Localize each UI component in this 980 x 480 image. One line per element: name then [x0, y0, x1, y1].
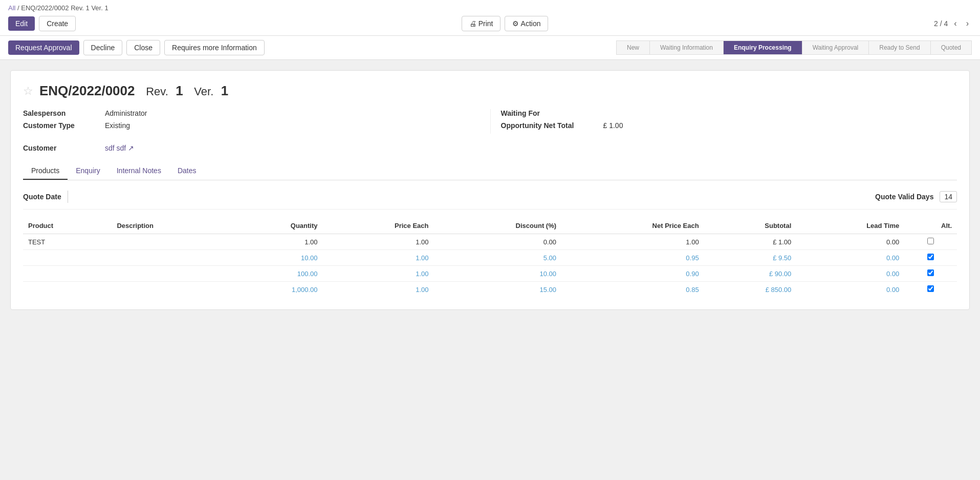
breadcrumb-current: ENQ/2022/0002 Rev. 1 Ver. 1: [21, 4, 108, 12]
cell-7[interactable]: 0.00: [796, 234, 904, 250]
tabs: ProductsEnquiryInternal NotesDates: [23, 162, 957, 180]
waiting-for-label: Waiting For: [501, 109, 603, 117]
top-bar: All / ENQ/2022/0002 Rev. 1 Ver. 1 Edit C…: [0, 0, 980, 36]
table-row: 10.001.005.000.95£ 9.500.00: [23, 250, 957, 266]
toolbar: Edit Create 🖨 Print ⚙ Action 2 / 4 ‹ ›: [8, 16, 972, 31]
tab-products[interactable]: Products: [23, 162, 68, 180]
tab-dates[interactable]: Dates: [169, 162, 205, 180]
cell-7[interactable]: 0.00: [796, 250, 904, 266]
action-bar: Request Approval Decline Close Requires …: [0, 36, 980, 60]
cell-6[interactable]: £ 850.00: [704, 282, 797, 298]
customer-type-label: Customer Type: [23, 121, 105, 130]
alt-checkbox[interactable]: [927, 269, 934, 276]
form-rev-label: Rev.: [146, 85, 168, 98]
pipeline-step-waiting-information[interactable]: Waiting Information: [649, 40, 724, 55]
customer-type-row: Customer Type Existing: [23, 121, 480, 130]
cell-0: TEST: [23, 234, 112, 250]
cell-6[interactable]: £ 90.00: [704, 266, 797, 282]
pipeline-step-new[interactable]: New: [616, 40, 650, 55]
form-fields-right: Waiting For Opportunity Net Total £ 1.00: [490, 109, 957, 134]
cell-2[interactable]: 100.00: [229, 266, 322, 282]
pagination: 2 / 4 ‹ ›: [934, 18, 972, 29]
decline-button[interactable]: Decline: [83, 40, 123, 55]
cell-7[interactable]: 0.00: [796, 266, 904, 282]
quote-valid-days-value: 14: [940, 191, 957, 202]
salesperson-label: Salesperson: [23, 109, 105, 117]
quote-valid-days-label: Quote Valid Days: [875, 193, 933, 201]
pipeline-step-enquiry-processing[interactable]: Enquiry Processing: [723, 40, 802, 55]
action-button[interactable]: ⚙ Action: [505, 16, 548, 31]
col-header-quantity: Quantity: [229, 218, 322, 234]
cell-4[interactable]: 10.00: [434, 266, 562, 282]
cell-3[interactable]: 1.00: [323, 266, 434, 282]
pipeline-step-quoted[interactable]: Quoted: [930, 40, 972, 55]
cell-5[interactable]: 0.85: [561, 282, 704, 298]
table-row: 1,000.001.0015.000.85£ 850.000.00: [23, 282, 957, 298]
col-header-discount----: Discount (%): [434, 218, 562, 234]
alt-checkbox-cell[interactable]: [904, 282, 957, 298]
opportunity-net-total-row: Opportunity Net Total £ 1.00: [501, 121, 957, 130]
edit-button[interactable]: Edit: [8, 16, 35, 31]
cell-4[interactable]: 0.00: [434, 234, 562, 250]
form-ver-label: Ver.: [194, 85, 213, 98]
form-fields: Salesperson Administrator Customer Type …: [23, 109, 957, 134]
cell-4[interactable]: 5.00: [434, 250, 562, 266]
customer-section: Customer sdf sdf ↗: [23, 144, 957, 152]
form-ver-value: 1: [221, 83, 228, 98]
table-row: 100.001.0010.000.90£ 90.000.00: [23, 266, 957, 282]
quote-info-right: Quote Valid Days 14: [875, 191, 957, 202]
cell-2[interactable]: 1,000.00: [229, 282, 322, 298]
products-table: ProductDescriptionQuantityPrice EachDisc…: [23, 218, 957, 297]
cell-2[interactable]: 10.00: [229, 250, 322, 266]
cell-0: [23, 266, 112, 282]
customer-type-value: Existing: [105, 121, 130, 130]
alt-checkbox-cell[interactable]: [904, 234, 957, 250]
tab-enquiry[interactable]: Enquiry: [68, 162, 108, 180]
form-title-main: ENQ/2022/0002: [39, 83, 135, 98]
cell-6[interactable]: £ 1.00: [704, 234, 797, 250]
cell-3[interactable]: 1.00: [323, 234, 434, 250]
cell-2[interactable]: 1.00: [229, 234, 322, 250]
alt-checkbox[interactable]: [927, 254, 934, 260]
form-fields-left: Salesperson Administrator Customer Type …: [23, 109, 490, 134]
cell-6[interactable]: £ 9.50: [704, 250, 797, 266]
request-approval-button[interactable]: Request Approval: [8, 40, 79, 55]
opportunity-net-total-value: £ 1.00: [603, 121, 623, 130]
cell-3[interactable]: 1.00: [323, 250, 434, 266]
cell-5[interactable]: 1.00: [561, 234, 704, 250]
pipeline-step-ready-to-send[interactable]: Ready to Send: [868, 40, 930, 55]
cell-3[interactable]: 1.00: [323, 282, 434, 298]
cell-0: [23, 282, 112, 298]
requires-more-info-button[interactable]: Requires more Information: [164, 40, 265, 55]
cell-1: [112, 250, 229, 266]
customer-value: sdf sdf: [105, 144, 126, 152]
salesperson-value: Administrator: [105, 109, 147, 117]
main-content: ☆ ENQ/2022/0002 Rev. 1 Ver. 1 Salesperso…: [0, 60, 980, 320]
cell-5[interactable]: 0.90: [561, 266, 704, 282]
tab-internal-notes[interactable]: Internal Notes: [108, 162, 169, 180]
prev-button[interactable]: ‹: [951, 18, 960, 29]
cell-7[interactable]: 0.00: [796, 282, 904, 298]
pipeline-step-waiting-approval[interactable]: Waiting Approval: [802, 40, 869, 55]
breadcrumb-all[interactable]: All: [8, 4, 15, 12]
alt-checkbox-cell[interactable]: [904, 266, 957, 282]
cell-5[interactable]: 0.95: [561, 250, 704, 266]
col-header-net-price-each: Net Price Each: [561, 218, 704, 234]
waiting-for-row: Waiting For: [501, 109, 957, 117]
customer-row: Customer sdf sdf ↗: [23, 144, 957, 152]
table-row: TEST1.001.000.001.00£ 1.000.00: [23, 234, 957, 250]
next-button[interactable]: ›: [963, 18, 972, 29]
star-icon[interactable]: ☆: [23, 85, 33, 98]
print-button[interactable]: 🖨 Print: [462, 16, 501, 31]
alt-checkbox[interactable]: [927, 238, 934, 244]
alt-checkbox-cell[interactable]: [904, 250, 957, 266]
col-header-description: Description: [112, 218, 229, 234]
external-link-icon: ↗: [128, 144, 134, 152]
col-header-subtotal: Subtotal: [704, 218, 797, 234]
cell-1: [112, 282, 229, 298]
cell-4[interactable]: 15.00: [434, 282, 562, 298]
alt-checkbox[interactable]: [927, 285, 934, 292]
customer-link[interactable]: sdf sdf ↗: [105, 144, 134, 152]
close-button[interactable]: Close: [126, 40, 160, 55]
create-button[interactable]: Create: [39, 16, 76, 31]
